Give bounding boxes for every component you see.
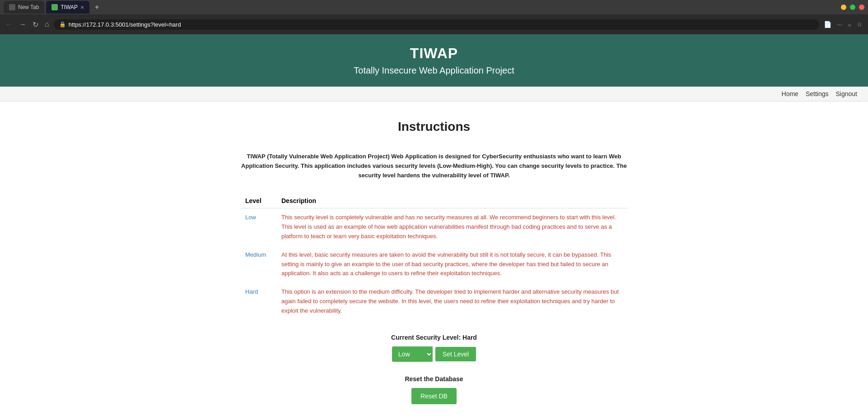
intro-text: TIWAP (Totally Vulnerable Web Applicatio… xyxy=(240,152,628,180)
tab-label-new: New Tab xyxy=(18,4,39,10)
description-cell: This security level is completely vulner… xyxy=(276,208,628,246)
level-cell: Hard xyxy=(240,283,276,320)
level-dropdown[interactable]: LowMediumHard xyxy=(392,346,433,362)
minimize-button[interactable] xyxy=(841,5,846,10)
security-controls: LowMediumHard Set Level xyxy=(240,346,628,362)
new-tab-button[interactable]: + xyxy=(91,3,103,11)
table-row: MediumAt this level, basic security meas… xyxy=(240,246,628,283)
pocket-icon[interactable]: ⬦ xyxy=(846,19,853,30)
nav-settings[interactable]: Settings xyxy=(806,90,829,97)
forward-button[interactable]: → xyxy=(17,18,28,30)
nav-signout[interactable]: Signout xyxy=(836,90,857,97)
tab-close-tiwap[interactable]: ✕ xyxy=(80,5,84,10)
tab-favicon-new xyxy=(9,4,15,10)
reset-db-button[interactable]: Reset DB xyxy=(411,388,457,404)
close-button[interactable] xyxy=(859,5,864,10)
address-bar-container: 🔒 xyxy=(54,19,820,30)
browser-titlebar: New Tab TIWAP ✕ + xyxy=(0,0,868,14)
maximize-button[interactable] xyxy=(850,5,855,10)
toolbar-actions: 📄 ··· ⬦ ☆ xyxy=(822,19,864,30)
browser-chrome: New Tab TIWAP ✕ + ← → ↻ ⌂ 🔒 📄 ··· ⬦ ☆ xyxy=(0,0,868,34)
security-level-section: Current Security Level: Hard LowMediumHa… xyxy=(240,334,628,362)
description-cell: This option is an extension to the mediu… xyxy=(276,283,628,320)
level-cell: Medium xyxy=(240,246,276,283)
bookmark-icon[interactable]: ☆ xyxy=(855,19,864,30)
page-title: Instructions xyxy=(240,120,628,134)
tab-new-tab[interactable]: New Tab xyxy=(4,1,44,14)
app-nav: Home Settings Signout xyxy=(0,87,868,102)
current-security-label: Current Security Level: Hard xyxy=(240,334,628,341)
nav-home[interactable]: Home xyxy=(782,90,798,97)
table-row: LowThis security level is completely vul… xyxy=(240,208,628,246)
main-content: Instructions TIWAP (Totally Vulnerable W… xyxy=(231,102,637,420)
app-title: TIWAP xyxy=(0,45,868,62)
window-controls xyxy=(841,5,864,10)
table-row: HardThis option is an extension to the m… xyxy=(240,283,628,320)
levels-table: Level Description LowThis security level… xyxy=(240,194,628,320)
description-cell: At this level, basic security measures a… xyxy=(276,246,628,283)
more-icon[interactable]: ··· xyxy=(835,19,844,30)
home-button[interactable]: ⌂ xyxy=(43,18,51,30)
tab-favicon-tiwap xyxy=(51,4,58,10)
col-level: Level xyxy=(240,194,276,208)
app-header: TIWAP Totally Insecure Web Application P… xyxy=(0,34,868,87)
reset-label: Reset the Database xyxy=(240,375,628,383)
address-bar[interactable] xyxy=(69,21,814,28)
col-description: Description xyxy=(276,194,628,208)
set-level-button[interactable]: Set Level xyxy=(435,347,476,361)
level-cell: Low xyxy=(240,208,276,246)
reset-section: Reset the Database Reset DB xyxy=(240,375,628,404)
back-button[interactable]: ← xyxy=(4,18,14,30)
reload-button[interactable]: ↻ xyxy=(31,18,40,31)
tab-label-tiwap: TIWAP xyxy=(61,4,78,10)
app-subtitle: Totally Insecure Web Application Project xyxy=(0,65,868,76)
reader-icon[interactable]: 📄 xyxy=(822,19,833,30)
browser-toolbar: ← → ↻ ⌂ 🔒 📄 ··· ⬦ ☆ xyxy=(0,14,868,34)
security-icon: 🔒 xyxy=(59,21,66,28)
tab-tiwap[interactable]: TIWAP ✕ xyxy=(46,1,89,14)
